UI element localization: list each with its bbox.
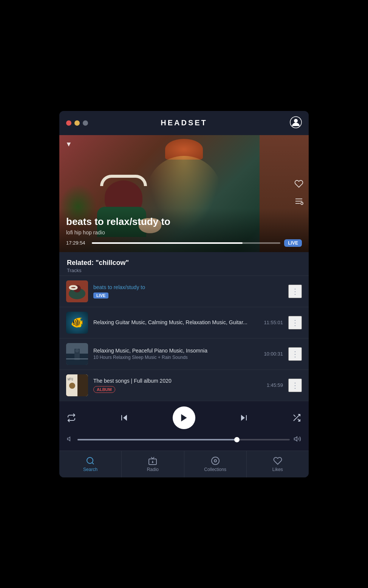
track-duration: 10:00:31	[264, 351, 283, 357]
shuffle-button[interactable]	[292, 413, 301, 422]
maximize-button[interactable]	[83, 120, 88, 126]
track-more-button[interactable]: ⋮	[288, 347, 302, 361]
svg-point-1	[294, 119, 298, 123]
collapse-button[interactable]: ▼	[65, 140, 72, 148]
svg-point-29	[87, 457, 93, 463]
nav-likes[interactable]: Likes	[247, 451, 309, 477]
svg-line-26	[294, 415, 295, 417]
progress-fill	[92, 242, 243, 244]
track-item[interactable]: Relaxing Music, Peaceful Piano Music, In…	[59, 338, 309, 369]
svg-marker-22	[241, 415, 245, 421]
track-item[interactable]: WFU The best songs | Full album 2020 ALB…	[59, 369, 309, 401]
play-pause-button[interactable]	[173, 406, 195, 429]
svg-marker-21	[181, 414, 187, 422]
progress-track[interactable]	[92, 242, 280, 244]
user-avatar[interactable]	[290, 116, 302, 130]
track-thumbnail	[66, 343, 88, 365]
close-button[interactable]	[66, 120, 71, 126]
title-bar: HEADSET	[59, 111, 309, 135]
window-controls	[66, 120, 88, 126]
nav-search-label: Search	[83, 467, 97, 472]
volume-slider[interactable]	[77, 439, 290, 440]
hero-actions	[294, 179, 303, 208]
related-header: Related: "chillcow" Tracks	[59, 252, 309, 276]
hero-overlay: beats to relax/study to lofi hip hop rad…	[59, 208, 309, 252]
playback-time: 17:29:54	[66, 240, 88, 246]
svg-point-35	[214, 460, 216, 462]
svg-line-30	[92, 462, 94, 464]
controls-row	[67, 406, 301, 429]
track-title: Relaxing Music, Peaceful Piano Music, In…	[93, 347, 258, 354]
track-thumbnail: 🐠	[66, 312, 88, 334]
track-thumbnail	[66, 280, 88, 302]
track-info: beats to relax/study to LIVE	[93, 284, 283, 298]
like-button[interactable]	[294, 179, 303, 191]
track-title: Relaxing Guitar Music, Calming Music, Re…	[93, 319, 258, 326]
track-title: The best songs | Full album 2020	[93, 377, 261, 384]
album-track-badge: ALBUM	[93, 386, 115, 393]
app-logo: HEADSET	[161, 119, 207, 127]
next-button[interactable]	[239, 413, 248, 422]
track-info: Relaxing Guitar Music, Calming Music, Re…	[93, 319, 258, 326]
track-more-button[interactable]: ⋮	[288, 379, 302, 392]
nav-radio[interactable]: Radio	[122, 451, 184, 477]
nav-search[interactable]: Search	[59, 451, 121, 477]
volume-up-icon	[294, 435, 301, 445]
track-duration: 11:55:01	[264, 320, 283, 325]
track-description: 10 Hours Relaxing Sleep Music + Rain Sou…	[93, 355, 258, 361]
svg-point-34	[212, 457, 219, 465]
track-more-button[interactable]: ⋮	[288, 316, 302, 329]
volume-row	[67, 435, 301, 445]
now-playing-subtitle: lofi hip hop radio	[66, 229, 302, 236]
minimize-button[interactable]	[74, 120, 80, 126]
track-title: beats to relax/study to	[93, 284, 283, 291]
track-info: The best songs | Full album 2020 ALBUM	[93, 377, 261, 393]
player-controls	[59, 401, 309, 451]
svg-rect-16	[77, 374, 88, 396]
hero-section: ▼ beats to relax/study to lofi hip hop r…	[59, 135, 309, 252]
volume-fill	[77, 439, 237, 440]
nav-likes-label: Likes	[272, 467, 283, 472]
svg-point-33	[152, 462, 153, 463]
live-track-badge: LIVE	[93, 292, 108, 299]
track-thumbnail: WFU	[66, 374, 88, 396]
track-more-button[interactable]: ⋮	[288, 285, 302, 298]
track-item[interactable]: beats to relax/study to LIVE ⋮	[59, 276, 309, 307]
svg-text:WFU: WFU	[68, 378, 73, 381]
now-playing-title: beats to relax/study to	[66, 216, 302, 228]
app-window: HEADSET	[59, 111, 309, 477]
volume-thumb	[234, 437, 240, 442]
nav-collections[interactable]: Collections	[184, 451, 246, 477]
svg-point-17	[69, 383, 75, 389]
live-badge: LIVE	[284, 239, 302, 247]
related-title: Related: "chillcow"	[67, 259, 301, 267]
nav-collections-label: Collections	[204, 467, 226, 472]
progress-bar[interactable]: 17:29:54 LIVE	[66, 239, 302, 247]
track-item[interactable]: 🐠 Relaxing Guitar Music, Calming Music, …	[59, 307, 309, 338]
repeat-button[interactable]	[67, 413, 76, 422]
nav-radio-label: Radio	[147, 467, 159, 472]
track-list: beats to relax/study to LIVE ⋮ 🐠 Relaxin…	[59, 276, 309, 401]
svg-marker-27	[68, 437, 70, 441]
track-duration: 1:45:59	[267, 382, 283, 388]
svg-marker-28	[294, 437, 297, 441]
svg-point-13	[75, 349, 79, 352]
related-subtitle: Tracks	[67, 268, 301, 273]
svg-marker-19	[123, 415, 127, 421]
bottom-nav: Search Radio Collections Likes	[59, 451, 309, 477]
queue-button[interactable]	[294, 197, 303, 208]
volume-mute-icon	[67, 436, 74, 444]
previous-button[interactable]	[120, 413, 129, 422]
track-info: Relaxing Music, Peaceful Piano Music, In…	[93, 347, 258, 361]
svg-point-5	[301, 202, 303, 205]
